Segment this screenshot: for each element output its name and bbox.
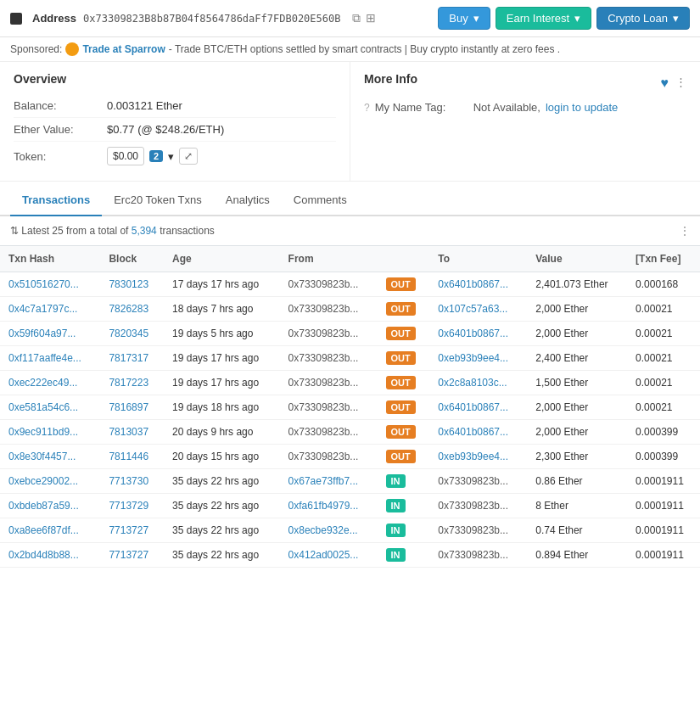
txn-hash-link[interactable]: 0x510516270... xyxy=(8,278,79,290)
dir-cell: IN xyxy=(378,518,430,543)
block-cell: 7713727 xyxy=(100,543,164,568)
to-address[interactable]: 0x6401b0867... xyxy=(438,278,508,290)
from-cell: 0x73309823b... xyxy=(280,346,378,371)
table-row: 0x9ec911bd9... 7813037 20 days 9 hrs ago… xyxy=(0,420,700,445)
balance-row: Balance: 0.003121 Ether xyxy=(14,94,336,118)
block-link[interactable]: 7830123 xyxy=(109,278,148,290)
tab-erc20[interactable]: Erc20 Token Txns xyxy=(102,185,214,216)
from-address[interactable]: 0x8ecbe932e... xyxy=(288,524,358,536)
txn-hash-cell: 0xec222ec49... xyxy=(0,371,100,395)
token-amount[interactable]: $0.00 xyxy=(107,147,144,165)
buy-button[interactable]: Buy xyxy=(438,7,490,30)
direction-badge: OUT xyxy=(386,302,416,316)
txn-hash-link[interactable]: 0x59f604a97... xyxy=(8,328,76,339)
direction-badge: OUT xyxy=(386,425,416,439)
col-to: To xyxy=(429,246,527,272)
token-dropdown-arrow[interactable]: ▾ xyxy=(168,150,174,163)
block-link[interactable]: 7826283 xyxy=(109,303,148,315)
to-cell: 0x6401b0867... xyxy=(429,420,527,445)
table-options-icon[interactable]: ⋮ xyxy=(680,225,690,237)
block-link[interactable]: 7813037 xyxy=(109,426,148,438)
direction-badge: IN xyxy=(386,499,406,512)
sponsor-link[interactable]: Trade at Sparrow xyxy=(82,43,165,55)
txn-hash-cell: 0x2bd4d8b88... xyxy=(0,543,100,568)
fee-cell: 0.00021 xyxy=(627,371,700,395)
age-cell: 19 days 17 hrs ago xyxy=(164,371,280,395)
token-row: Token: $0.00 2 ▾ ⤢ xyxy=(14,142,336,171)
sparrow-logo xyxy=(65,42,79,56)
login-link[interactable]: login to update xyxy=(546,101,618,114)
to-address[interactable]: 0x2c8a8103c... xyxy=(438,377,507,389)
block-link[interactable]: 7816897 xyxy=(109,401,148,413)
fee-cell: 0.00021 xyxy=(627,322,700,346)
total-transactions-link[interactable]: 5,394 xyxy=(132,225,157,237)
from-address[interactable]: 0x67ae73ffb7... xyxy=(288,475,359,487)
tab-analytics[interactable]: Analytics xyxy=(214,185,282,216)
txn-hash-link[interactable]: 0x8e30f4457... xyxy=(8,451,76,462)
txn-hash-link[interactable]: 0xe581a54c6... xyxy=(8,401,78,413)
txn-hash-cell: 0xf117aaffe4e... xyxy=(0,346,100,371)
tab-comments[interactable]: Comments xyxy=(282,185,359,216)
block-link[interactable]: 7811446 xyxy=(109,451,148,462)
block-link[interactable]: 7713729 xyxy=(109,500,148,512)
table-row: 0xe581a54c6... 7816897 19 days 18 hrs ag… xyxy=(0,395,700,420)
token-expand-icon[interactable]: ⤢ xyxy=(179,148,198,165)
txn-hash-link[interactable]: 0xa8ee6f87df... xyxy=(8,524,79,536)
block-link[interactable]: 7713727 xyxy=(109,524,148,536)
txn-hash-link[interactable]: 0xebce29002... xyxy=(8,475,78,487)
dir-cell: OUT xyxy=(378,371,430,395)
block-link[interactable]: 7820345 xyxy=(109,328,148,339)
dir-cell: IN xyxy=(378,469,430,494)
txn-hash-link[interactable]: 0xec222ec49... xyxy=(8,377,77,389)
more-info-icons: ♥ ⋮ xyxy=(661,76,687,91)
address-icon xyxy=(10,13,22,25)
txn-hash-link[interactable]: 0x4c7a1797c... xyxy=(8,303,77,315)
to-cell: 0x6401b0867... xyxy=(429,322,527,346)
txn-hash-link[interactable]: 0x2bd4d8b88... xyxy=(8,549,79,561)
to-address[interactable]: 0x6401b0867... xyxy=(438,426,508,438)
from-cell: 0x73309823b... xyxy=(280,371,378,395)
to-address: 0x73309823b... xyxy=(438,524,508,536)
favorite-icon[interactable]: ♥ xyxy=(661,76,669,91)
dir-cell: IN xyxy=(378,543,430,568)
to-address[interactable]: 0xeb93b9ee4... xyxy=(438,451,508,462)
table-row: 0xec222ec49... 7817223 19 days 17 hrs ag… xyxy=(0,371,700,395)
more-options-icon[interactable]: ⋮ xyxy=(675,76,686,91)
dir-cell: OUT xyxy=(378,395,430,420)
fee-cell: 0.0001911 xyxy=(627,494,700,518)
to-cell: 0x2c8a8103c... xyxy=(429,371,527,395)
to-address[interactable]: 0x6401b0867... xyxy=(438,328,508,339)
txn-hash-link[interactable]: 0x9ec911bd9... xyxy=(8,426,78,438)
age-cell: 35 days 22 hrs ago xyxy=(164,518,280,543)
col-dir xyxy=(378,246,430,272)
block-link[interactable]: 7713727 xyxy=(109,549,148,561)
name-tag-value: Not Available, xyxy=(473,101,540,114)
to-address[interactable]: 0x6401b0867... xyxy=(438,401,508,413)
crypto-loan-button[interactable]: Crypto Loan xyxy=(596,7,690,30)
to-cell: 0xeb93b9ee4... xyxy=(429,445,527,469)
earn-interest-button[interactable]: Earn Interest xyxy=(496,7,591,30)
dir-cell: OUT xyxy=(378,322,430,346)
from-address[interactable]: 0x412ad0025... xyxy=(288,549,359,561)
tab-transactions[interactable]: Transactions xyxy=(10,185,102,216)
age-cell: 20 days 15 hrs ago xyxy=(164,445,280,469)
from-cell: 0x73309823b... xyxy=(280,445,378,469)
address-header: Address 0x73309823B8b87B04f8564786daFf7F… xyxy=(0,0,700,37)
from-address[interactable]: 0xfa61fb4979... xyxy=(288,500,359,512)
to-address[interactable]: 0x107c57a63... xyxy=(438,303,507,315)
direction-badge: IN xyxy=(386,474,406,488)
to-cell: 0x73309823b... xyxy=(429,494,527,518)
qr-code-icon[interactable]: ⊞ xyxy=(366,11,376,25)
block-link[interactable]: 7817317 xyxy=(109,352,148,364)
txn-hash-link[interactable]: 0xbdeb87a59... xyxy=(8,500,79,512)
txn-hash-link[interactable]: 0xf117aaffe4e... xyxy=(8,352,81,364)
block-link[interactable]: 7817223 xyxy=(109,377,148,389)
value-cell: 2,000 Ether xyxy=(527,395,627,420)
to-cell: 0x73309823b... xyxy=(429,518,527,543)
block-link[interactable]: 7713730 xyxy=(109,475,148,487)
block-cell: 7820345 xyxy=(100,322,164,346)
to-address[interactable]: 0xeb93b9ee4... xyxy=(438,352,508,364)
copy-address-icon[interactable]: ⧉ xyxy=(352,11,361,25)
address-label: Address xyxy=(32,12,76,25)
value-cell: 1,500 Ether xyxy=(527,371,627,395)
